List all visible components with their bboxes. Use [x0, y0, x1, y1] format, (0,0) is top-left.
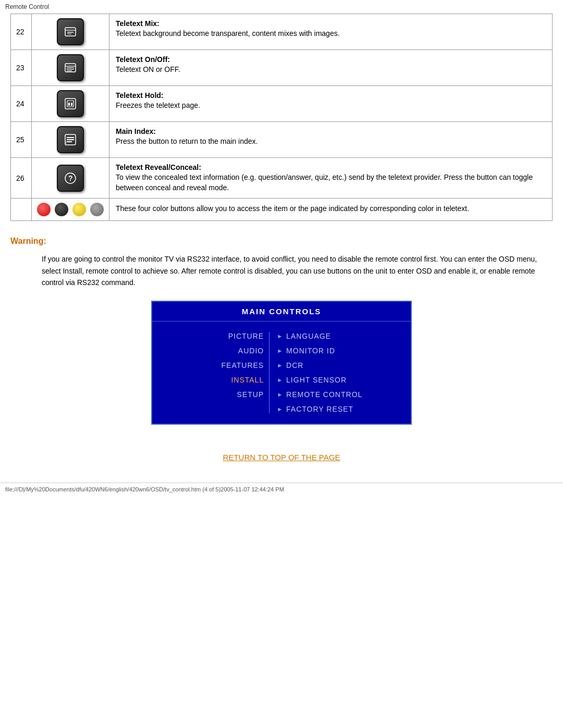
return-link-text: RETURN TO TOP OF THE PAGE — [223, 453, 340, 462]
arrow-icon: ► — [277, 391, 283, 398]
osd-right-dcr: ► DCR — [277, 361, 406, 369]
return-to-top-link[interactable]: RETURN TO TOP OF THE PAGE — [10, 437, 553, 472]
svg-rect-15 — [67, 139, 74, 140]
table-row: These four color buttons allow you to ac… — [11, 199, 553, 221]
osd-header: MAIN CONTROLS — [152, 302, 411, 322]
table-row: 24 Teletext Hold: Freezes the teletext p… — [11, 86, 553, 122]
row-title: Teletext Hold: — [116, 91, 546, 100]
row-number: 22 — [11, 14, 32, 50]
osd-right-monitor-id: ► MONITOR ID — [277, 347, 406, 355]
page-header: Remote Control — [0, 0, 563, 14]
osd-right-light-sensor: ► LIGHT SENSOR — [277, 376, 406, 384]
row-title: Main Index: — [116, 127, 546, 135]
table-row: 26 ? Teletext Reveal/Conceal: To view th… — [11, 158, 553, 199]
osd-right-menu: ► LANGUAGE ► MONITOR ID ► DCR ► LIGHT SE… — [269, 332, 406, 413]
svg-rect-8 — [67, 70, 72, 71]
row-desc: Main Index: Press the button to return t… — [109, 122, 553, 158]
arrow-icon: ► — [277, 377, 283, 383]
svg-rect-10 — [67, 101, 74, 107]
red-dot — [37, 203, 51, 216]
row-title: Teletext Mix: — [116, 19, 546, 28]
osd-left-menu: PICTURE AUDIO FEATURES INSTALL SETUP — [157, 332, 269, 413]
icon-cell: i — [32, 122, 109, 158]
osd-right-label: FACTORY RESET — [286, 405, 353, 413]
table-row: 25 i Main Index: Press the butt — [11, 122, 553, 158]
teletext-onoff-icon — [57, 54, 84, 81]
warning-section: Warning: If you are going to control the… — [10, 237, 553, 288]
teletext-mix-icon — [57, 18, 84, 45]
teletext-reveal-icon: ? — [57, 165, 84, 192]
osd-right-language: ► LANGUAGE — [277, 332, 406, 340]
svg-rect-11 — [68, 103, 70, 106]
row-text: Teletext background become transparent, … — [116, 29, 546, 39]
row-desc: Teletext Reveal/Conceal: To view the con… — [109, 158, 553, 199]
row-number: 24 — [11, 86, 32, 122]
osd-item-audio: AUDIO — [157, 347, 264, 355]
osd-item-features: FEATURES — [157, 361, 264, 369]
footer-text: file:///D|/My%20Documents/dfu/420WN6/eng… — [5, 486, 284, 492]
row-text: Press the button to return to the main i… — [116, 137, 546, 147]
main-content: 22 Teletext Mix: Teletext background bec… — [0, 14, 563, 483]
row-desc: These four color buttons allow you to ac… — [109, 199, 553, 221]
row-title: Teletext Reveal/Conceal: — [116, 163, 546, 171]
row-text: Freezes the teletext page. — [116, 101, 546, 111]
black-dot — [55, 203, 68, 216]
icon-cell — [32, 86, 109, 122]
osd-right-label: LANGUAGE — [286, 332, 331, 340]
svg-text:i: i — [66, 141, 67, 144]
icon-cell — [32, 14, 109, 50]
icon-cell — [32, 50, 109, 86]
row-text: To view the concealed text information (… — [116, 172, 546, 193]
row-desc: Teletext Mix: Teletext background become… — [109, 14, 553, 50]
svg-rect-3 — [67, 33, 71, 34]
svg-rect-6 — [67, 67, 74, 68]
row-number: 25 — [11, 122, 32, 158]
remote-control-table: 22 Teletext Mix: Teletext background bec… — [10, 14, 553, 221]
arrow-icon: ► — [277, 348, 283, 354]
osd-item-setup: SETUP — [157, 390, 264, 399]
row-title: Teletext On/Off: — [116, 55, 546, 64]
svg-rect-2 — [67, 32, 74, 33]
color-dots-cell — [32, 199, 109, 221]
osd-item-install: INSTALL — [157, 376, 264, 384]
svg-rect-16 — [67, 141, 72, 142]
row-text: Teletext ON or OFF. — [116, 65, 546, 75]
svg-rect-14 — [67, 137, 74, 138]
gray-dot — [90, 203, 104, 216]
row-number — [11, 199, 32, 221]
row-number: 23 — [11, 50, 32, 86]
osd-right-label: MONITOR ID — [286, 347, 335, 355]
table-row: 22 Teletext Mix: Teletext background bec… — [11, 14, 553, 50]
svg-rect-9 — [65, 98, 76, 109]
main-index-icon: i — [57, 126, 84, 153]
row-desc: Teletext On/Off: Teletext ON or OFF. — [109, 50, 553, 86]
osd-body: PICTURE AUDIO FEATURES INSTALL SETUP ► L… — [152, 322, 411, 424]
warning-text: If you are going to control the monitor … — [42, 253, 553, 288]
svg-text:?: ? — [68, 174, 73, 182]
osd-item-picture: PICTURE — [157, 332, 264, 340]
row-text: These four color buttons allow you to ac… — [116, 204, 546, 214]
svg-rect-7 — [67, 69, 74, 70]
header-title: Remote Control — [5, 3, 49, 10]
row-number: 26 — [11, 158, 32, 199]
osd-right-factory-reset: ► FACTORY RESET — [277, 405, 406, 413]
yellow-dot — [72, 203, 86, 216]
arrow-icon: ► — [277, 362, 283, 368]
teletext-hold-icon — [57, 90, 84, 117]
svg-rect-12 — [71, 103, 72, 106]
osd-right-label: DCR — [286, 361, 303, 369]
color-buttons — [37, 203, 104, 216]
arrow-icon: ► — [277, 406, 283, 412]
osd-menu: MAIN CONTROLS PICTURE AUDIO FEATURES INS… — [151, 301, 412, 425]
page-footer: file:///D|/My%20Documents/dfu/420WN6/eng… — [0, 483, 563, 496]
row-desc: Teletext Hold: Freezes the teletext page… — [109, 86, 553, 122]
osd-right-remote-control: ► REMOTE CONTROL — [277, 390, 406, 399]
icon-cell: ? — [32, 158, 109, 199]
table-row: 23 Teletext On/Off: Teletext O — [11, 50, 553, 86]
osd-right-label: REMOTE CONTROL — [286, 390, 362, 399]
warning-label: Warning: — [10, 237, 553, 246]
osd-right-label: LIGHT SENSOR — [286, 376, 347, 384]
arrow-icon: ► — [277, 333, 283, 339]
